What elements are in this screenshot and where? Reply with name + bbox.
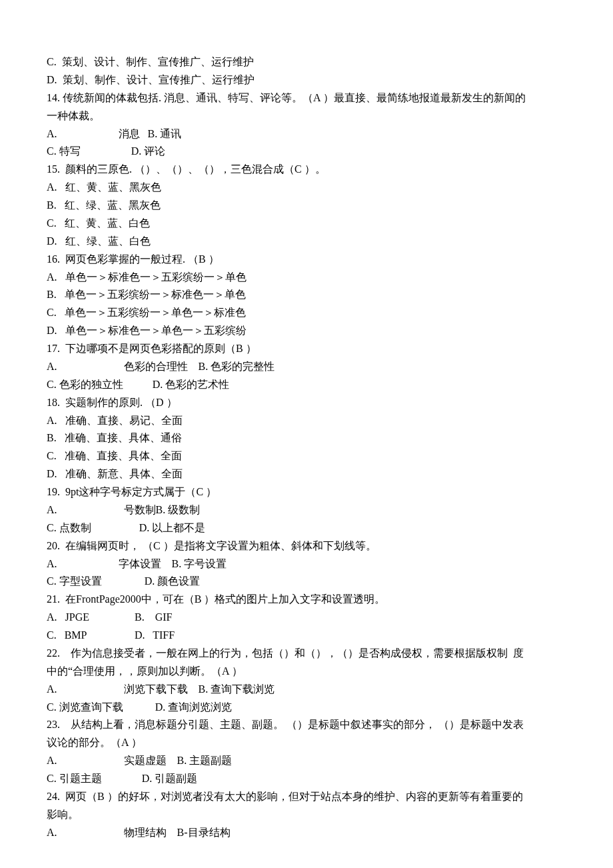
text-line: 24. 网页（B ）的好坏，对浏览者没有太大的影响，但对于站点本身的维护、内容的… [47, 788, 566, 806]
text-line: 20. 在编辑网页时， （C ）是指将文字设置为粗体、斜体和下划线等。 [47, 537, 566, 555]
text-line: 19. 9pt这种字号标定方式属于（C ） [47, 483, 566, 501]
text-line: D. 单色一＞标准色一＞单色一＞五彩缤纷 [47, 322, 566, 340]
text-line: 22. 作为信息接受者，一般在网上的行为，包括（）和（），（）是否构成侵权，需要… [47, 645, 566, 663]
text-line: A. 色彩的合理性 B. 色彩的完整性 [47, 358, 566, 376]
text-line: 影响。 [47, 806, 566, 824]
text-line: A. 准确、直接、易记、全面 [47, 412, 566, 430]
text-line: 16. 网页色彩掌握的一般过程. （B ） [47, 251, 566, 269]
text-line: C. 单色一＞五彩缤纷一＞单色一＞标准色 [47, 304, 566, 322]
text-line: C. 浏览查询下载 D. 查询浏览浏览 [47, 699, 566, 717]
text-line: 21. 在FrontPage2000中，可在（B ）格式的图片上加入文字和设置透… [47, 591, 566, 609]
text-line: 23. 从结构上看，消息标题分引题、主题、副题。 （）是标题中叙述事实的部分， … [47, 716, 566, 734]
text-line: C. 特写 D. 评论 [47, 143, 566, 161]
text-line: 议论的部分。（A ） [47, 734, 566, 752]
text-line: 一种体裁。 [47, 107, 566, 125]
text-line: A. 单色一＞标准色一＞五彩缤纷一＞单色 [47, 269, 566, 287]
text-line: C. 引题主题 D. 引题副题 [47, 770, 566, 788]
text-line: C. 字型设置 D. 颜色设置 [47, 573, 566, 591]
text-line: C. 红、黄、蓝、白色 [47, 215, 566, 233]
text-line: B. 单色一＞五彩缤纷一＞标准色一＞单色 [47, 286, 566, 304]
text-line: A. 浏览下载下载 B. 查询下载浏览 [47, 681, 566, 699]
text-line: A. JPGE B. GIF [47, 609, 566, 627]
text-line: 14. 传统新闻的体裁包括. 消息、通讯、特写、评论等。（A ）最直接、最简练地… [47, 89, 566, 107]
text-line: C. 点数制 D. 以上都不是 [47, 519, 566, 537]
text-line: A. 消息 B. 通讯 [47, 125, 566, 143]
text-line: B. 红、绿、蓝、黑灰色 [47, 197, 566, 215]
text-line: D. 策划、制作、设计、宣传推广、运行维护 [47, 71, 566, 89]
text-line: A. 号数制B. 级数制 [47, 501, 566, 519]
text-line: 中的“合理使用，，原则加以判断。（A ） [47, 663, 566, 681]
text-line: 17. 下边哪项不是网页色彩搭配的原则（B ） [47, 340, 566, 358]
text-line: A. 物理结构 B-目录结构 [47, 824, 566, 842]
text-line: D. 红、绿、蓝、白色 [47, 233, 566, 251]
text-line: 15. 颜料的三原色. （）、（）、（），三色混合成（C ）。 [47, 161, 566, 179]
text-line: A. 红、黄、蓝、黑灰色 [47, 179, 566, 197]
text-line: D. 准确、新意、具体、全面 [47, 465, 566, 483]
text-line: C. 准确、直接、具体、全面 [47, 447, 566, 465]
text-line: C. 色彩的独立性 D. 色彩的艺术性 [47, 376, 566, 394]
text-line: A. 字体设置 B. 字号设置 [47, 555, 566, 573]
text-line: B. 准确、直接、具体、通俗 [47, 429, 566, 447]
text-line: C. BMP D. TIFF [47, 627, 566, 645]
text-line: 18. 实题制作的原则. （D ） [47, 394, 566, 412]
text-line: A. 实题虚题 B. 主题副题 [47, 752, 566, 770]
text-line: C. 策划、设计、制作、宣传推广、运行维护 [47, 53, 566, 71]
document-body: C. 策划、设计、制作、宣传推广、运行维护D. 策划、制作、设计、宣传推广、运行… [47, 53, 566, 842]
